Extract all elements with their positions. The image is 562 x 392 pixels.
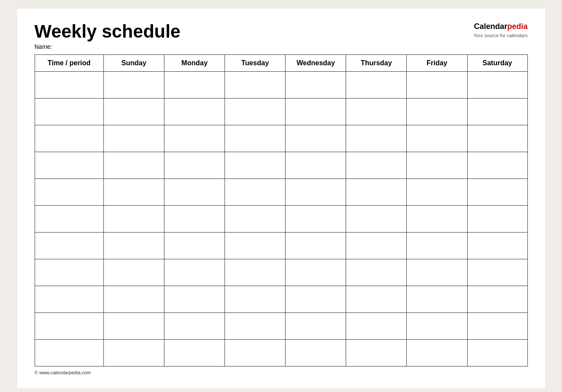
wednesday-cell[interactable] — [286, 179, 346, 206]
tuesday-cell[interactable] — [225, 99, 286, 125]
monday-cell[interactable] — [164, 313, 225, 340]
friday-cell[interactable] — [407, 72, 467, 99]
tuesday-cell[interactable] — [225, 259, 286, 286]
saturday-cell[interactable] — [467, 259, 527, 286]
tuesday-cell[interactable] — [225, 125, 286, 152]
monday-cell[interactable] — [164, 206, 225, 233]
tuesday-cell[interactable] — [225, 340, 286, 367]
sunday-cell[interactable] — [103, 72, 164, 99]
saturday-cell[interactable] — [467, 99, 527, 125]
thursday-cell[interactable] — [346, 233, 407, 259]
table-row — [35, 340, 527, 367]
wednesday-cell[interactable] — [286, 72, 346, 99]
sunday-cell[interactable] — [103, 152, 164, 179]
wednesday-cell[interactable] — [286, 125, 346, 152]
saturday-cell[interactable] — [467, 72, 527, 99]
wednesday-cell[interactable] — [286, 99, 346, 125]
logo-pedia-text: pedia — [507, 22, 527, 31]
col-header-tuesday: Tuesday — [225, 55, 286, 72]
thursday-cell[interactable] — [346, 313, 407, 340]
friday-cell[interactable] — [407, 206, 467, 233]
thursday-cell[interactable] — [346, 99, 407, 125]
saturday-cell[interactable] — [467, 313, 527, 340]
saturday-cell[interactable] — [467, 233, 527, 259]
monday-cell[interactable] — [164, 233, 225, 259]
sunday-cell[interactable] — [103, 179, 164, 206]
wednesday-cell[interactable] — [286, 233, 346, 259]
col-header-thursday: Thursday — [346, 55, 407, 72]
tuesday-cell[interactable] — [225, 72, 286, 99]
friday-cell[interactable] — [407, 286, 467, 313]
wednesday-cell[interactable] — [286, 206, 346, 233]
saturday-cell[interactable] — [467, 286, 527, 313]
thursday-cell[interactable] — [346, 152, 407, 179]
friday-cell[interactable] — [407, 179, 467, 206]
monday-cell[interactable] — [164, 286, 225, 313]
monday-cell[interactable] — [164, 72, 225, 99]
friday-cell[interactable] — [407, 313, 467, 340]
monday-cell[interactable] — [164, 99, 225, 125]
time-cell[interactable] — [35, 179, 103, 206]
saturday-cell[interactable] — [467, 179, 527, 206]
wednesday-cell[interactable] — [286, 259, 346, 286]
saturday-cell[interactable] — [467, 340, 527, 367]
sunday-cell[interactable] — [103, 99, 164, 125]
thursday-cell[interactable] — [346, 179, 407, 206]
sunday-cell[interactable] — [103, 259, 164, 286]
thursday-cell[interactable] — [346, 286, 407, 313]
monday-cell[interactable] — [164, 340, 225, 367]
time-cell[interactable] — [35, 286, 103, 313]
header-row: Weekly schedule Name: Calendarpedia Your… — [35, 22, 528, 50]
thursday-cell[interactable] — [346, 72, 407, 99]
friday-cell[interactable] — [407, 99, 467, 125]
sunday-cell[interactable] — [103, 340, 164, 367]
time-cell[interactable] — [35, 340, 103, 367]
thursday-cell[interactable] — [346, 125, 407, 152]
friday-cell[interactable] — [407, 233, 467, 259]
time-cell[interactable] — [35, 259, 103, 286]
tuesday-cell[interactable] — [225, 286, 286, 313]
saturday-cell[interactable] — [467, 206, 527, 233]
time-cell[interactable] — [35, 152, 103, 179]
sunday-cell[interactable] — [103, 233, 164, 259]
thursday-cell[interactable] — [346, 340, 407, 367]
tuesday-cell[interactable] — [225, 179, 286, 206]
logo-calendar-text: Calendar — [474, 22, 507, 31]
wednesday-cell[interactable] — [286, 340, 346, 367]
monday-cell[interactable] — [164, 152, 225, 179]
table-row — [35, 99, 527, 125]
sunday-cell[interactable] — [103, 313, 164, 340]
friday-cell[interactable] — [407, 259, 467, 286]
sunday-cell[interactable] — [103, 286, 164, 313]
time-cell[interactable] — [35, 206, 103, 233]
time-cell[interactable] — [35, 72, 103, 99]
saturday-cell[interactable] — [467, 125, 527, 152]
tuesday-cell[interactable] — [225, 152, 286, 179]
page-container: Weekly schedule Name: Calendarpedia Your… — [17, 9, 545, 388]
wednesday-cell[interactable] — [286, 313, 346, 340]
thursday-cell[interactable] — [346, 206, 407, 233]
sunday-cell[interactable] — [103, 125, 164, 152]
time-cell[interactable] — [35, 313, 103, 340]
wednesday-cell[interactable] — [286, 286, 346, 313]
monday-cell[interactable] — [164, 125, 225, 152]
table-row — [35, 259, 527, 286]
thursday-cell[interactable] — [346, 259, 407, 286]
table-row — [35, 233, 527, 259]
wednesday-cell[interactable] — [286, 152, 346, 179]
time-cell[interactable] — [35, 233, 103, 259]
col-header-time: Time / period — [35, 55, 103, 72]
schedule-table: Time / period Sunday Monday Tuesday Wedn… — [35, 54, 528, 367]
saturday-cell[interactable] — [467, 152, 527, 179]
time-cell[interactable] — [35, 125, 103, 152]
friday-cell[interactable] — [407, 340, 467, 367]
monday-cell[interactable] — [164, 259, 225, 286]
monday-cell[interactable] — [164, 179, 225, 206]
tuesday-cell[interactable] — [225, 206, 286, 233]
tuesday-cell[interactable] — [225, 233, 286, 259]
friday-cell[interactable] — [407, 125, 467, 152]
sunday-cell[interactable] — [103, 206, 164, 233]
friday-cell[interactable] — [407, 152, 467, 179]
time-cell[interactable] — [35, 99, 103, 125]
tuesday-cell[interactable] — [225, 313, 286, 340]
